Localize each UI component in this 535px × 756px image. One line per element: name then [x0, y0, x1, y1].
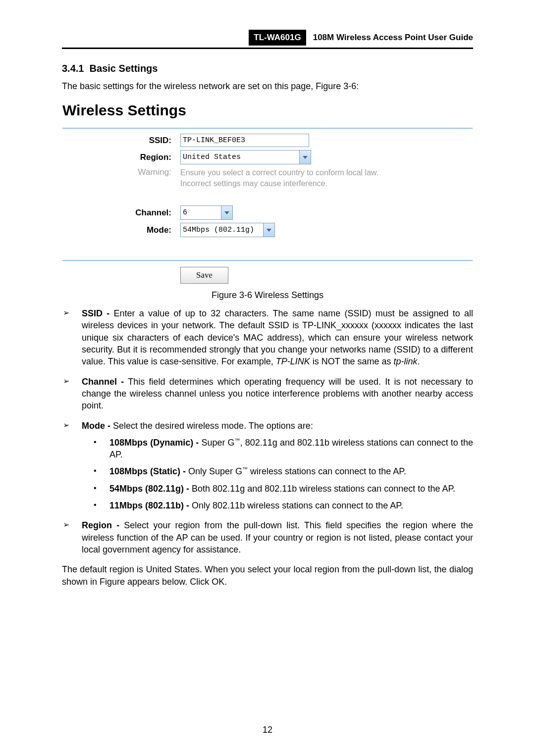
- region-value: United States: [183, 153, 241, 161]
- section-heading: 3.4.1 Basic Settings: [62, 63, 473, 74]
- bullet-ssid-italic1: TP-LINK: [276, 356, 310, 366]
- section-number: 3.4.1: [62, 63, 84, 74]
- warning-label: Warning:: [62, 167, 180, 177]
- mode-option-54m: 54Mbps (802.11g) - Both 802.11g and 802.…: [92, 483, 473, 495]
- bullet-region-text: Select your region from the pull-down li…: [82, 520, 473, 554]
- header-model: TL-WA601G: [249, 30, 306, 46]
- bullet-ssid-italic2: tp-link: [394, 356, 418, 366]
- figure-wireless-settings: Wireless Settings SSID: Region: United S…: [62, 101, 473, 284]
- save-button[interactable]: Save: [180, 267, 228, 284]
- bullet-ssid-text2: is NOT the same as: [310, 356, 394, 366]
- figure-rule-top: [62, 128, 473, 129]
- mode-option-label: 108Mbps (Dynamic) -: [109, 438, 201, 448]
- figure-title: Wireless Settings: [62, 102, 473, 119]
- mode-option-text: Both 802.11g and 802.11b wireless statio…: [192, 484, 455, 494]
- mode-option-label: 108Mbps (Static) -: [109, 466, 188, 476]
- channel-label: Channel:: [62, 208, 180, 218]
- section-title-text: Basic Settings: [90, 63, 158, 74]
- mode-option-label: 11Mbps (802.11b) -: [109, 501, 192, 510]
- header-rule: [62, 48, 473, 49]
- region-label: Region:: [62, 152, 180, 162]
- page-number: 12: [0, 725, 535, 735]
- bullet-channel-label: Channel -: [82, 377, 128, 387]
- chevron-down-icon: [299, 151, 311, 164]
- channel-select[interactable]: 6: [180, 205, 233, 220]
- mode-option-static: 108Mbps (Static) - Only Super G™ wireles…: [92, 465, 473, 477]
- intro-paragraph: The basic settings for the wireless netw…: [62, 81, 473, 92]
- bullet-ssid-text3: .: [418, 356, 420, 366]
- ssid-input[interactable]: [180, 134, 309, 147]
- channel-value: 6: [183, 208, 187, 217]
- mode-option-prefix: Super G: [201, 438, 234, 448]
- bullet-ssid: SSID - Enter a value of up to 32 charact…: [62, 307, 473, 367]
- header: TL-WA601G 108M Wireless Access Point Use…: [62, 30, 473, 46]
- bullet-region: Region - Select your region from the pul…: [62, 519, 473, 555]
- mode-options-list: 108Mbps (Dynamic) - Super G™, 802.11g an…: [92, 437, 473, 511]
- chevron-down-icon: [263, 223, 274, 237]
- tm-icon: ™: [242, 466, 248, 472]
- bullet-ssid-label: SSID -: [82, 308, 114, 318]
- mode-select[interactable]: 54Mbps (802.11g): [180, 223, 275, 237]
- chevron-down-icon: [221, 206, 232, 219]
- bullet-mode-label: Mode -: [82, 421, 113, 431]
- bullet-channel-text: This field determines which operating fr…: [82, 377, 473, 411]
- mode-value: 54Mbps (802.11g): [183, 226, 254, 234]
- description-list: SSID - Enter a value of up to 32 charact…: [62, 307, 473, 555]
- mode-option-11m: 11Mbps (802.11b) - Only 802.11b wireless…: [92, 500, 473, 511]
- mode-option-tail: wireless stations can connect to the AP.: [248, 466, 406, 476]
- mode-option-text: Only 802.11b wireless stations can conne…: [192, 501, 403, 510]
- tm-icon: ™: [235, 437, 240, 443]
- closing-paragraph: The default region is United States. Whe…: [62, 563, 473, 588]
- header-title: 108M Wireless Access Point User Guide: [306, 30, 473, 46]
- mode-option-label: 54Mbps (802.11g) -: [109, 484, 192, 494]
- bullet-channel: Channel - This field determines which op…: [62, 376, 473, 412]
- figure-rule-bottom: [62, 260, 473, 261]
- figure-caption: Figure 3-6 Wireless Settings: [62, 290, 473, 301]
- warning-text: Ensure you select a correct country to c…: [180, 167, 398, 189]
- bullet-mode-text: Select the desired wireless mode. The op…: [113, 421, 313, 431]
- ssid-label: SSID:: [62, 136, 180, 146]
- mode-option-prefix: Only Super G: [188, 466, 242, 476]
- mode-label: Mode:: [62, 225, 180, 235]
- region-select[interactable]: United States: [180, 150, 311, 164]
- bullet-region-label: Region -: [82, 520, 124, 530]
- bullet-mode: Mode - Select the desired wireless mode.…: [62, 420, 473, 512]
- mode-option-dynamic: 108Mbps (Dynamic) - Super G™, 802.11g an…: [92, 437, 473, 461]
